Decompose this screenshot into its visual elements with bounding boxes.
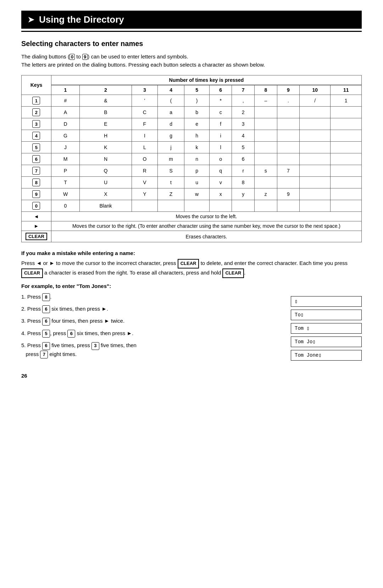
keys-column-header: Keys [22,75,51,95]
example-heading: For example, to enter "Tom Jones": [21,283,362,289]
steps-list: 1. Press 8. 2. Press 6 six times, then p… [21,293,280,362]
header-rule [21,31,362,32]
col-4: 4 [157,85,184,95]
step-1: 1. Press 8. [21,293,280,301]
col-9: 9 [277,85,300,95]
example-section: For example, to enter "Tom Jones": 1. Pr… [21,283,362,362]
col-3: 3 [132,85,157,95]
step-3: 3. Press 6 four times, then press ► twic… [21,317,280,325]
table-row: 7 PQRSpqrs7 [22,165,362,177]
table-row-clear: CLEAR Erases characters. [22,231,362,242]
table-row: 1 #&'()*,–./1 [22,95,362,107]
step-5: 5. Press 6 five times, press 3 five time… [21,341,280,358]
page-header: ➤ Using the Directory [21,11,362,29]
steps-section: 1. Press 8. 2. Press 6 six times, then p… [21,293,362,362]
step-4: 4. Press 5, press 6 six times, then pres… [21,329,280,338]
section-heading: Selecting characters to enter names [21,40,362,48]
display-box-3: Tom ▯ [291,323,362,334]
step-2: 2. Press 6 six times, then press ►. [21,305,280,313]
table-row: 0 0Blank [22,200,362,212]
col-10: 10 [300,85,331,95]
col-1: 1 [51,85,79,95]
table-row: 9 WXYZwxyz9 [22,188,362,200]
table-row: 4 GHIghi4 [22,130,362,142]
table-row: 5 JKLjkl5 [22,142,362,153]
table-row: 2 ABCabc2 [22,107,362,118]
right-arrow-description: Moves the cursor to the right. (To enter… [51,221,361,231]
table-row-right-arrow: ► Moves the cursor to the right. (To ent… [22,221,362,231]
display-box-4: Tom Jo▯ [291,337,362,347]
page-number: 26 [21,373,362,379]
col-8: 8 [255,85,277,95]
character-table: Keys Number of times key is pressed 1 2 … [21,75,362,242]
table-row-left-arrow: ◄ Moves the cursor to the left. [22,212,362,221]
clear-description: Erases characters. [51,231,361,242]
table-row: 3 DEFdef3 [22,118,362,130]
clear-key-label: CLEAR [26,233,47,240]
col-6: 6 [209,85,232,95]
mistake-heading: If you make a mistake while entering a n… [21,250,362,256]
display-box-1: ▯ [291,296,362,307]
mistake-section: If you make a mistake while entering a n… [21,250,362,278]
header-arrow-icon: ➤ [28,15,34,24]
display-box-5: Tom Jone▯ [291,350,362,361]
left-arrow-description: Moves the cursor to the left. [51,212,361,221]
table-row: 8 TUVtuv8 [22,177,362,188]
col-span-header: Number of times key is pressed [51,75,361,85]
intro-text: The dialing buttons (0 to 9) can be used… [21,53,362,69]
table-row: 6 MNOmno6 [22,153,362,165]
col-7: 7 [232,85,255,95]
mistake-text: Press ◄ or ► to move the cursor to the i… [21,259,362,278]
col-11: 11 [331,85,362,95]
col-5: 5 [184,85,210,95]
display-boxes: ▯ To▯ Tom ▯ Tom Jo▯ Tom Jone▯ [291,293,362,362]
page-title: Using the Directory [39,14,124,25]
display-box-2: To▯ [291,310,362,320]
col-2: 2 [80,85,132,95]
